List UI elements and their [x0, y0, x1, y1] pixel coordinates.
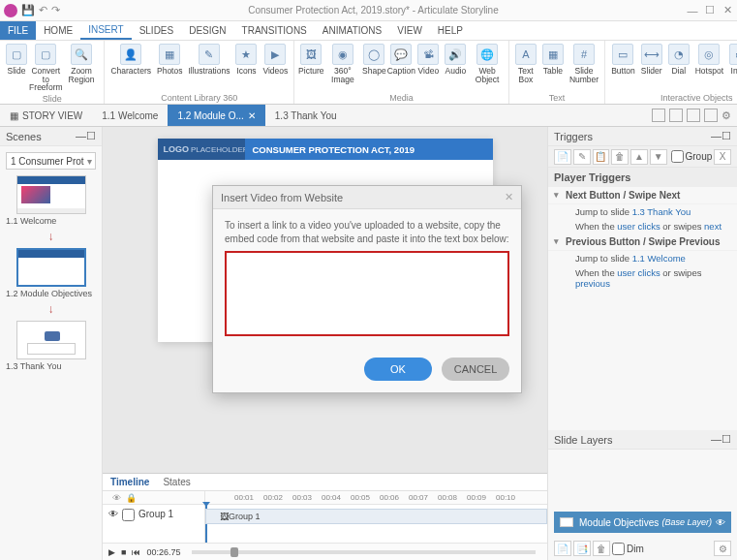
- prev-icon[interactable]: ⏮: [132, 547, 140, 557]
- view-tablet-icon[interactable]: [669, 109, 683, 122]
- tab-slide-1[interactable]: 1.1 Welcome: [92, 105, 168, 126]
- menu-slides[interactable]: SLIDES: [132, 21, 182, 40]
- menu-design[interactable]: DESIGN: [181, 21, 233, 40]
- ribbon-slide[interactable]: ▢Slide: [4, 43, 29, 93]
- settings-icon[interactable]: ⚙: [722, 109, 731, 122]
- trigger-prev-when[interactable]: When the user clicks or swipes previous: [548, 265, 737, 291]
- ribbon-input[interactable]: ▭Input: [727, 43, 737, 92]
- layer-del-icon[interactable]: 🗑: [593, 541, 610, 556]
- ribbon-table[interactable]: ▦Table: [540, 43, 566, 92]
- insert-video-dialog: Insert Video from Website ✕ To insert a …: [212, 185, 522, 393]
- trigger-next-when[interactable]: When the user clicks or swipes next: [548, 219, 737, 233]
- menu-view[interactable]: VIEW: [389, 21, 430, 40]
- slide-logo: LOGOPLACEHOLDER: [158, 139, 245, 160]
- states-tab[interactable]: States: [163, 477, 190, 487]
- layer-dup-icon[interactable]: 📑: [573, 541, 591, 556]
- view-phone-l-icon[interactable]: [687, 109, 700, 122]
- thumb-thankyou[interactable]: [16, 321, 86, 359]
- menu-animations[interactable]: ANIMATIONS: [315, 21, 389, 40]
- ribbon-video[interactable]: 📽Video: [415, 43, 441, 92]
- save-icon[interactable]: 💾: [21, 4, 35, 16]
- group-checkbox[interactable]: [671, 150, 684, 163]
- ribbon-picture[interactable]: 🖼Picture: [298, 43, 323, 92]
- menu-home[interactable]: HOME: [36, 21, 80, 40]
- timeline-ruler[interactable]: 00:01 00:02 00:03 00:04 00:05 00:06 00:0…: [205, 491, 547, 504]
- tab-close-icon[interactable]: ✕: [248, 110, 256, 121]
- ribbon-zoom[interactable]: 🔍Zoom Region: [63, 43, 101, 93]
- trigger-up-icon[interactable]: ▲: [630, 149, 648, 165]
- ribbon-hotspot[interactable]: ◎Hotspot: [693, 43, 725, 92]
- ribbon: ▢Slide ▢Convert toFreeform 🔍Zoom Region …: [0, 41, 737, 105]
- menu-help[interactable]: HELP: [430, 21, 471, 40]
- flow-arrow-icon: ↓: [6, 302, 96, 317]
- stop-icon[interactable]: ■: [121, 547, 126, 557]
- layers-collapse-icon[interactable]: —☐: [711, 433, 731, 446]
- maximize-icon[interactable]: ☐: [704, 5, 716, 16]
- row-label: Group 1: [138, 509, 173, 519]
- thumb-welcome[interactable]: [16, 175, 86, 214]
- view-desktop-icon[interactable]: [652, 109, 665, 122]
- lock-icon[interactable]: 🔒: [126, 493, 137, 503]
- redo-icon[interactable]: ↷: [51, 4, 60, 16]
- triggers-collapse-icon[interactable]: —☐: [711, 130, 731, 142]
- app-logo: [4, 4, 17, 17]
- row-checkbox[interactable]: [122, 509, 135, 521]
- ribbon-characters[interactable]: 👤Characters: [108, 43, 153, 92]
- menu-file[interactable]: FILE: [0, 21, 36, 40]
- play-icon[interactable]: ▶: [108, 547, 115, 557]
- ribbon-layer[interactable]: ▢Convert toFreeform: [31, 43, 61, 93]
- cancel-button[interactable]: CANCEL: [442, 358, 509, 381]
- layer-base[interactable]: Module Objectives (Base Layer) 👁: [554, 512, 731, 533]
- scenes-collapse-icon[interactable]: —☐: [76, 130, 96, 142]
- ribbon-audio[interactable]: 🔊Audio: [443, 43, 468, 92]
- trigger-delete-icon[interactable]: 🗑: [611, 149, 629, 165]
- ribbon-dial[interactable]: ◔Dial: [666, 43, 691, 92]
- tab-storyview[interactable]: ▦ STORY VIEW: [0, 105, 92, 126]
- trigger-add-icon[interactable]: 📄: [554, 149, 571, 165]
- duration-label: 00:26.75: [146, 547, 180, 557]
- scene-dropdown[interactable]: 1 Consumer Prot: [6, 152, 96, 170]
- eye-icon[interactable]: 👁: [112, 493, 121, 503]
- ribbon-textbox[interactable]: AText Box: [513, 43, 538, 92]
- ribbon-photos[interactable]: ▦Photos: [155, 43, 184, 92]
- layer-settings-icon[interactable]: ⚙: [714, 541, 731, 556]
- trigger-next-header[interactable]: Next Button / Swipe Next: [548, 187, 737, 204]
- close-icon[interactable]: ✕: [722, 5, 733, 16]
- minimize-icon[interactable]: —: [687, 5, 698, 16]
- ribbon-slider[interactable]: ⟷Slider: [639, 43, 664, 92]
- ribbon-360[interactable]: ◉360° Image: [325, 43, 359, 92]
- trigger-edit-icon[interactable]: ✎: [573, 149, 591, 165]
- ribbon-icons[interactable]: ★Icons: [233, 43, 259, 92]
- trigger-prev-header[interactable]: Previous Button / Swipe Previous: [548, 233, 737, 251]
- trigger-copy-icon[interactable]: 📋: [593, 149, 610, 165]
- layer-add-icon[interactable]: 📄: [554, 541, 571, 556]
- tab-slide-2[interactable]: 1.2 Module O... ✕: [168, 105, 264, 126]
- menu-insert[interactable]: INSERT: [80, 21, 132, 40]
- timeline-object-bar[interactable]: 🖼 Group 1: [205, 509, 547, 524]
- ribbon-web[interactable]: 🌐Web Object: [470, 43, 505, 92]
- ribbon-slidenum[interactable]: #Slide Number: [568, 43, 600, 92]
- ok-button[interactable]: OK: [364, 358, 432, 381]
- dialog-close-icon[interactable]: ✕: [505, 191, 513, 203]
- timeline-zoom-slider[interactable]: [192, 550, 536, 554]
- ribbon-illustrations[interactable]: ✎Illustrations: [186, 43, 231, 92]
- trigger-next-action[interactable]: Jump to slide 1.3 Thank You: [548, 204, 737, 219]
- ribbon-caption[interactable]: 💬Caption: [388, 43, 414, 92]
- dim-checkbox[interactable]: [612, 543, 625, 555]
- tab-slide-3[interactable]: 1.3 Thank You: [265, 105, 347, 126]
- menu-transitions[interactable]: TRANSITIONS: [234, 21, 315, 40]
- trigger-vars-icon[interactable]: X: [714, 149, 731, 165]
- ribbon-videos[interactable]: ▶Videos: [261, 43, 290, 92]
- trigger-prev-action[interactable]: Jump to slide 1.1 Welcome: [548, 251, 737, 265]
- row-eye-icon[interactable]: 👁: [108, 509, 118, 519]
- triggers-title: Triggers: [554, 131, 593, 142]
- embed-code-input[interactable]: [225, 251, 509, 336]
- trigger-down-icon[interactable]: ▼: [650, 149, 667, 165]
- thumb-module[interactable]: [16, 248, 86, 287]
- ribbon-button[interactable]: ▭Button: [609, 43, 637, 92]
- ribbon-shape[interactable]: ◯Shape: [361, 43, 386, 92]
- view-phone-p-icon[interactable]: [704, 109, 718, 122]
- tabbar: ▦ STORY VIEW 1.1 Welcome 1.2 Module O...…: [0, 105, 737, 127]
- undo-icon[interactable]: ↶: [39, 4, 47, 16]
- timeline-tab[interactable]: Timeline: [110, 477, 149, 487]
